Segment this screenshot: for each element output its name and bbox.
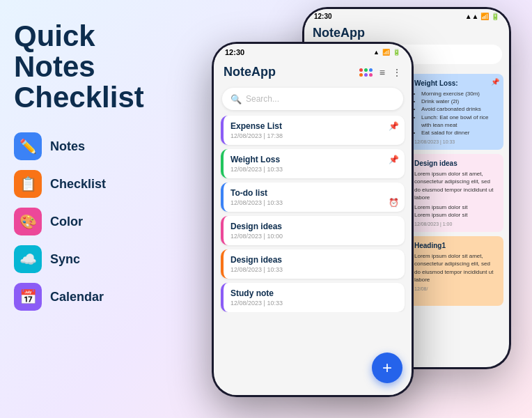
menu-icon[interactable]: ⋮	[392, 67, 402, 78]
note-date-2: 12/08/2023 | 10:33	[230, 166, 398, 173]
battery-icon: 🔋	[393, 49, 400, 56]
back-note-date-2: 12/08/2023 | 10:33	[414, 139, 498, 144]
front-status-icons: ▲ 📶 🔋	[373, 49, 400, 56]
feature-color: 🎨 Color	[14, 208, 139, 235]
back-status-time: 12:30	[314, 13, 332, 20]
front-status-time: 12:30	[225, 48, 244, 56]
checklist-icon: 📋	[14, 170, 42, 198]
front-phone-screen: 12:30 ▲ 📶 🔋 NoteApp	[214, 44, 412, 395]
signal-icon: 📶	[382, 49, 390, 56]
back-note-design1[interactable]: Design ideas Lorem ipsum dolor sit amet,…	[409, 154, 503, 232]
feature-list: ✏️ Notes 📋 Checklist 🎨 Color ☁️ Sync 📅 C…	[14, 132, 139, 311]
fab-button[interactable]: +	[372, 353, 402, 383]
checklist-label: Checklist	[50, 177, 106, 192]
front-app-title: NoteApp	[224, 65, 276, 79]
back-note-title-6: Heading1	[414, 242, 498, 249]
sync-label: Sync	[50, 252, 80, 267]
notes-label: Notes	[50, 139, 85, 154]
note-card-design2[interactable]: Design ideas 12/08/2023 | 10:33	[221, 249, 405, 279]
back-note-title-4: Design ideas	[414, 160, 498, 167]
color-icon: 🎨	[14, 208, 42, 235]
back-pin-icon-2: 📌	[491, 78, 499, 86]
dots-grid-icon[interactable]	[359, 68, 373, 77]
feature-checklist: 📋 Checklist	[14, 170, 139, 198]
back-note-text-4: Lorem ipsum dolor sit amet, consectetur …	[414, 170, 498, 201]
note-date-6: 12/08/2023 | 10:33	[230, 300, 398, 307]
back-note-date-6: 12/08/	[414, 286, 498, 291]
note-date-1: 12/08/2023 | 17:38	[230, 132, 398, 139]
front-header-icons: ≡ ⋮	[359, 67, 402, 78]
front-search-icon: 🔍	[230, 94, 242, 104]
back-note-text-6: Lorem ipsum dolor sit amet, consectetur …	[414, 252, 498, 284]
note-date-5: 12/08/2023 | 10:33	[230, 266, 398, 273]
feature-notes: ✏️ Notes	[14, 132, 139, 160]
note-card-design1[interactable]: Design ideas 12/08/2023 | 10:00	[221, 216, 405, 245]
back-note-subtext-4: Lorem ipsum dolor sitLorem ipsum dolor s…	[414, 203, 498, 219]
dot-purple	[364, 73, 368, 77]
front-app-header: NoteApp ≡ ⋮	[214, 61, 412, 85]
note-title-2: Weight Loss	[230, 155, 398, 164]
alarm-icon: ⏰	[389, 198, 399, 208]
pin-icon-1: 📌	[389, 121, 399, 131]
filter-icon[interactable]: ≡	[380, 67, 385, 78]
note-title-4: Design ideas	[230, 222, 398, 231]
note-card-study[interactable]: Study note 12/08/2023 | 10:33	[221, 283, 405, 312]
calendar-icon: 📅	[14, 283, 42, 311]
front-search-placeholder: Search...	[246, 94, 279, 104]
back-app-title: NoteApp	[313, 26, 365, 40]
note-title-5: Design ideas	[230, 255, 398, 265]
notes-icon: ✏️	[14, 132, 42, 160]
back-status-bar: 12:30 ▲▲ 📶 🔋	[304, 9, 509, 23]
dot-orange	[359, 73, 363, 77]
phones-container: 12:30 ▲▲ 📶 🔋 NoteApp 🔍 Search... 📌 Expen…	[128, 0, 532, 418]
back-signal-icons: ▲▲ 📶 🔋	[465, 13, 499, 20]
note-card-weight[interactable]: 📌 Weight Loss 12/08/2023 | 10:33	[221, 149, 405, 178]
front-status-bar: 12:30 ▲ 📶 🔋	[214, 44, 412, 61]
note-title-1: Expense List	[230, 121, 398, 131]
feature-calendar: 📅 Calendar	[14, 283, 139, 311]
dot-green	[364, 68, 368, 72]
phone-front: 12:30 ▲ 📶 🔋 NoteApp	[212, 42, 414, 397]
dot-pink	[369, 73, 373, 77]
front-notes-list: 📌 Expense List 12/08/2023 | 17:38 📌 Weig…	[214, 116, 412, 312]
back-note-title-2: Weight Loss:	[414, 79, 498, 87]
back-note-weight[interactable]: 📌 Weight Loss: Morning exercise (30m) Dr…	[409, 74, 503, 150]
feature-sync: ☁️ Sync	[14, 245, 139, 273]
front-search-bar[interactable]: 🔍 Search...	[222, 88, 403, 110]
pin-icon-2: 📌	[389, 155, 399, 164]
back-note-text-2: Morning exercise (30m) Drink water (2l) …	[414, 90, 498, 137]
dot-blue	[369, 68, 373, 72]
wifi-icon: ▲	[373, 49, 380, 56]
back-note-heading[interactable]: Heading1 Lorem ipsum dolor sit amet, con…	[409, 236, 503, 306]
dot-red	[359, 68, 363, 72]
back-note-date-4: 12/08/2023 | 1:00	[414, 222, 498, 226]
calendar-label: Calendar	[50, 290, 104, 304]
sync-icon: ☁️	[14, 245, 42, 273]
note-date-4: 12/08/2023 | 10:00	[230, 233, 398, 240]
note-card-expense[interactable]: 📌 Expense List 12/08/2023 | 17:38	[221, 116, 405, 145]
note-title-3: To-do list	[230, 188, 398, 198]
note-card-todo[interactable]: To-do list 12/08/2023 | 10:33 ⏰	[221, 183, 405, 212]
color-label: Color	[50, 215, 83, 229]
note-title-6: Study note	[230, 288, 398, 298]
hero-title: Quick Notes Checklist	[14, 21, 139, 113]
note-date-3: 12/08/2023 | 10:33	[230, 199, 398, 206]
